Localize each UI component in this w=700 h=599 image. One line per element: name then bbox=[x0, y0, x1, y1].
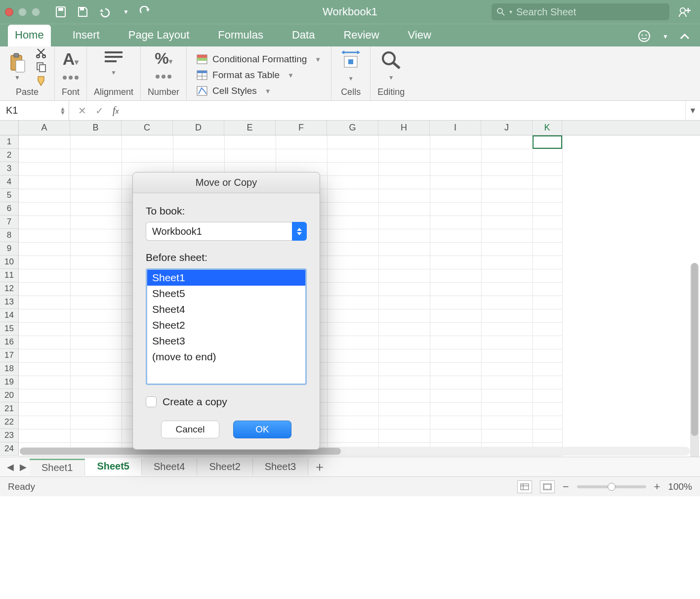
vertical-scrollbar[interactable] bbox=[690, 263, 699, 457]
cell[interactable] bbox=[378, 135, 430, 149]
cell[interactable] bbox=[378, 162, 430, 175]
row-header[interactable]: 17 bbox=[0, 349, 19, 362]
cell[interactable] bbox=[430, 282, 481, 296]
cell[interactable] bbox=[19, 362, 70, 376]
cell[interactable] bbox=[533, 202, 562, 215]
cell[interactable] bbox=[481, 175, 533, 189]
cell[interactable] bbox=[276, 135, 327, 149]
cell[interactable] bbox=[481, 349, 533, 362]
cell[interactable] bbox=[122, 149, 173, 162]
row-header[interactable]: 22 bbox=[0, 416, 19, 429]
column-header[interactable]: G bbox=[327, 121, 378, 135]
cell[interactable] bbox=[327, 229, 378, 242]
cell[interactable] bbox=[70, 229, 122, 242]
to-book-combo[interactable]: Workbook1 bbox=[146, 222, 307, 241]
cell[interactable] bbox=[430, 175, 481, 189]
ribbon-tab-home[interactable]: Home bbox=[8, 25, 51, 46]
ok-button[interactable]: OK bbox=[233, 421, 291, 438]
format-as-table-button[interactable]: Format as Table▼ bbox=[194, 69, 324, 82]
cell[interactable] bbox=[70, 322, 122, 336]
cancel-button[interactable]: Cancel bbox=[161, 421, 219, 438]
row-header[interactable]: 15 bbox=[0, 322, 19, 336]
cell[interactable] bbox=[378, 282, 430, 296]
cell[interactable] bbox=[378, 322, 430, 336]
zoom-slider[interactable] bbox=[577, 485, 646, 488]
cell[interactable] bbox=[533, 389, 562, 402]
cell[interactable] bbox=[327, 202, 378, 215]
cell[interactable] bbox=[70, 215, 122, 229]
cell[interactable] bbox=[378, 229, 430, 242]
row-header[interactable]: 8 bbox=[0, 229, 19, 242]
fx-icon[interactable]: fx bbox=[113, 105, 119, 116]
expand-formula-bar-icon[interactable]: ▼ bbox=[685, 101, 700, 120]
cell[interactable] bbox=[19, 242, 70, 256]
autosave-icon[interactable] bbox=[55, 6, 67, 18]
cell[interactable] bbox=[430, 322, 481, 336]
row-header[interactable]: 18 bbox=[0, 362, 19, 376]
cell[interactable] bbox=[481, 336, 533, 349]
cell[interactable] bbox=[533, 149, 562, 162]
add-sheet-button[interactable]: ＋ bbox=[308, 458, 331, 475]
before-sheet-listbox[interactable]: Sheet1Sheet5Sheet4Sheet2Sheet3(move to e… bbox=[146, 268, 307, 385]
cell[interactable] bbox=[430, 429, 481, 442]
cell[interactable] bbox=[430, 215, 481, 229]
row-header[interactable]: 6 bbox=[0, 202, 19, 215]
before-sheet-option[interactable]: (move to end) bbox=[147, 349, 305, 365]
cell[interactable] bbox=[19, 309, 70, 322]
cell[interactable] bbox=[533, 349, 562, 362]
cell[interactable] bbox=[430, 149, 481, 162]
cell[interactable] bbox=[533, 429, 562, 442]
column-header[interactable]: F bbox=[276, 121, 327, 135]
cell[interactable] bbox=[378, 416, 430, 429]
cell[interactable] bbox=[378, 309, 430, 322]
redo-icon[interactable] bbox=[139, 6, 152, 18]
cell[interactable] bbox=[533, 309, 562, 322]
cell[interactable] bbox=[430, 402, 481, 416]
cell[interactable] bbox=[533, 242, 562, 256]
row-header[interactable]: 11 bbox=[0, 269, 19, 282]
cell[interactable] bbox=[327, 416, 378, 429]
cell[interactable] bbox=[533, 296, 562, 309]
cell[interactable] bbox=[70, 416, 122, 429]
cell[interactable] bbox=[19, 389, 70, 402]
cell-styles-button[interactable]: Cell Styles▼ bbox=[194, 85, 324, 97]
normal-view-button[interactable] bbox=[517, 480, 532, 493]
cell[interactable] bbox=[70, 309, 122, 322]
cell[interactable] bbox=[327, 376, 378, 389]
cell[interactable] bbox=[378, 149, 430, 162]
cell[interactable] bbox=[122, 135, 173, 149]
row-header[interactable]: 12 bbox=[0, 282, 19, 296]
cell[interactable] bbox=[19, 349, 70, 362]
feedback-dropdown-icon[interactable]: ▼ bbox=[662, 33, 668, 40]
conditional-formatting-button[interactable]: Conditional Formatting▼ bbox=[194, 53, 324, 66]
cell[interactable] bbox=[378, 362, 430, 376]
cell[interactable] bbox=[430, 309, 481, 322]
cell[interactable] bbox=[533, 215, 562, 229]
to-book-stepper[interactable] bbox=[292, 222, 307, 241]
sheet-tab-sheet1[interactable]: Sheet1 bbox=[30, 459, 85, 475]
column-header[interactable]: K bbox=[533, 121, 562, 135]
cell[interactable] bbox=[481, 229, 533, 242]
column-header[interactable]: C bbox=[122, 121, 173, 135]
cell[interactable] bbox=[19, 162, 70, 175]
cell[interactable] bbox=[533, 402, 562, 416]
ribbon-tab-view[interactable]: View bbox=[401, 25, 438, 46]
row-header[interactable]: 14 bbox=[0, 309, 19, 322]
cell[interactable] bbox=[533, 416, 562, 429]
cell[interactable] bbox=[327, 189, 378, 202]
column-header[interactable]: B bbox=[70, 121, 122, 135]
cell[interactable] bbox=[70, 256, 122, 269]
format-painter-icon[interactable] bbox=[36, 75, 47, 86]
row-header[interactable]: 16 bbox=[0, 336, 19, 349]
row-header[interactable]: 7 bbox=[0, 215, 19, 229]
sheet-tab-sheet5[interactable]: Sheet5 bbox=[85, 459, 142, 475]
cell[interactable] bbox=[327, 296, 378, 309]
cell[interactable] bbox=[70, 162, 122, 175]
cell[interactable] bbox=[224, 149, 276, 162]
before-sheet-option[interactable]: Sheet4 bbox=[147, 301, 305, 317]
cell[interactable] bbox=[430, 362, 481, 376]
cell[interactable] bbox=[481, 202, 533, 215]
minimize-window-icon[interactable] bbox=[18, 8, 27, 16]
cell[interactable] bbox=[173, 135, 224, 149]
zoom-in-button[interactable]: + bbox=[654, 480, 660, 493]
